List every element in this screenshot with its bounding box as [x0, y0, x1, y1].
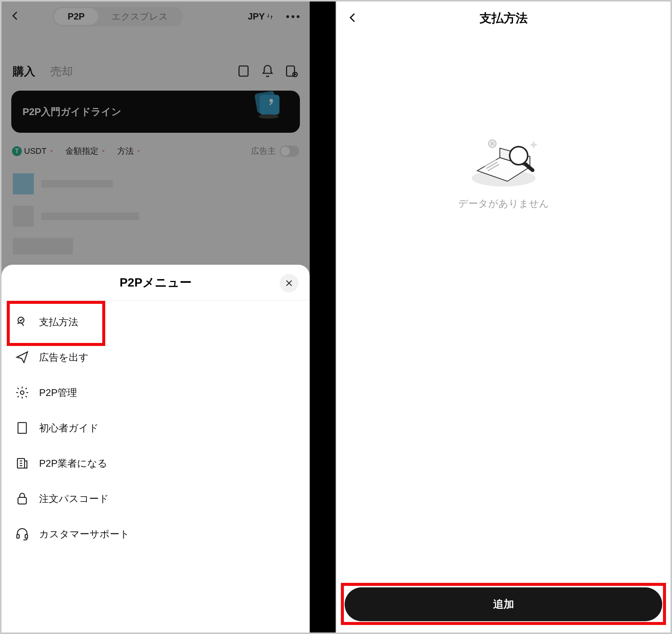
gear-icon [15, 385, 29, 400]
menu-item-post-ad[interactable]: 広告を出す [2, 340, 310, 375]
svg-rect-9 [18, 423, 26, 434]
headset-icon [15, 527, 29, 541]
menu-label: カスタマーサポート [39, 528, 130, 541]
menu-item-beginner-guide[interactable]: 初心者ガイド [2, 410, 310, 446]
add-button[interactable]: 追加 [345, 587, 662, 621]
menu-item-support[interactable]: カスタマーサポート [2, 516, 310, 552]
menu-label: P2P業者になる [39, 457, 107, 470]
right-screen: 支払方法 データがありません 追加 [336, 2, 670, 632]
sheet-header: P2Pメニュー [2, 275, 310, 300]
left-screen: P2P エクスプレス JPY ••• 購入 売却 P2P入 [2, 2, 336, 632]
svg-rect-12 [17, 535, 19, 538]
close-icon [285, 279, 294, 288]
sheet-title: P2Pメニュー [120, 275, 191, 291]
merchant-icon [15, 456, 29, 470]
menu-label: P2P管理 [39, 386, 77, 399]
add-button-wrap: 追加 [345, 587, 662, 621]
svg-point-15 [510, 147, 528, 165]
menu-label: 注文パスコード [39, 492, 109, 505]
menu-item-p2p-manage[interactable]: P2P管理 [2, 375, 310, 410]
menu-list: 支払方法 広告を出す P2P管理 初心者ガイド P2P業者になる [2, 300, 310, 555]
empty-state: データがありません [336, 126, 670, 210]
payment-icon [15, 315, 29, 329]
menu-item-passcode[interactable]: 注文パスコード [2, 481, 310, 516]
guide-icon [15, 421, 29, 435]
empty-state-text: データがありません [458, 197, 549, 210]
p2p-menu-sheet: P2Pメニュー 支払方法 広告を出す P2P管理 [2, 265, 310, 632]
lock-icon [15, 491, 29, 506]
svg-point-8 [20, 391, 24, 394]
menu-label: 広告を出す [39, 351, 89, 364]
menu-label: 支払方法 [39, 315, 78, 329]
menu-item-payment-method[interactable]: 支払方法 [2, 304, 310, 340]
menu-label: 初心者ガイド [39, 422, 99, 435]
close-sheet-button[interactable] [280, 274, 298, 293]
svg-rect-13 [25, 535, 27, 538]
send-icon [15, 350, 29, 364]
page-title: 支払方法 [336, 10, 670, 27]
no-data-illustration-icon [462, 126, 545, 190]
add-button-label: 追加 [493, 597, 514, 611]
right-topbar: 支払方法 [336, 2, 670, 32]
menu-item-become-merchant[interactable]: P2P業者になる [2, 446, 310, 481]
svg-rect-11 [18, 497, 26, 504]
